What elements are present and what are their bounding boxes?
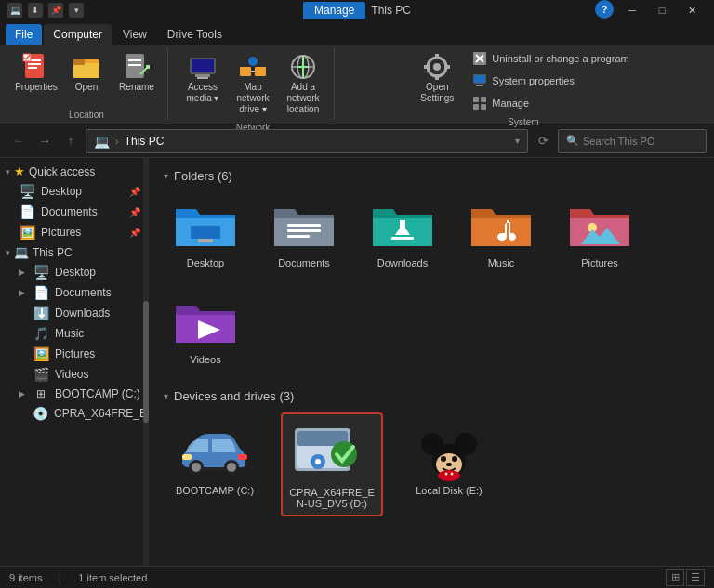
status-bar: 9 items │ 1 item selected ⊞ ☰: [0, 566, 714, 588]
tab-computer[interactable]: Computer: [44, 24, 112, 45]
videos-folder-label: Videos: [190, 354, 220, 365]
sidebar-item-documents[interactable]: 📄 Documents 📌: [0, 202, 148, 222]
sidebar-pictures-label: Pictures: [41, 226, 81, 239]
search-icon: 🔍: [566, 135, 579, 147]
music-folder-icon: [468, 198, 535, 254]
folder-item-documents[interactable]: Documents: [262, 192, 346, 274]
svg-rect-17: [240, 67, 251, 76]
svg-point-75: [451, 473, 454, 476]
sidebar-scrollbar[interactable]: [143, 158, 149, 566]
active-ribbon-tab[interactable]: Manage: [303, 2, 365, 19]
sidebar-item-pc-pictures[interactable]: ▶ 🖼️ Pictures: [0, 344, 148, 364]
open-settings-label: OpenSettings: [420, 82, 454, 104]
local-e-drive-icon: [407, 418, 491, 483]
system-group-label: System: [508, 113, 538, 127]
uninstall-button[interactable]: Uninstall or change a program: [468, 48, 632, 69]
rename-button[interactable]: Rename: [113, 48, 160, 97]
ribbon: Properties Open Rename Location: [0, 45, 714, 124]
downloads-folder-icon: [369, 198, 436, 254]
svg-point-72: [446, 463, 452, 466]
large-icons-view-button[interactable]: ⊞: [666, 569, 684, 586]
manage-button[interactable]: Manage: [468, 93, 632, 113]
system-items: OpenSettings Uninstall or change a progr…: [414, 48, 632, 113]
folders-section-header: ▾ Folders (6): [164, 169, 699, 183]
svg-rect-29: [435, 74, 439, 80]
pc-pictures-icon: 🖼️: [33, 346, 49, 361]
refresh-button[interactable]: ⟳: [532, 130, 554, 152]
sidebar-pc-documents-label: Documents: [55, 286, 112, 299]
close-button[interactable]: ✕: [677, 0, 707, 20]
drives-section-header: ▾ Devices and drives (3): [164, 389, 699, 403]
up-button[interactable]: ↑: [60, 130, 82, 152]
folder-item-videos[interactable]: Videos: [164, 289, 247, 371]
svg-rect-41: [481, 104, 486, 110]
properties-button[interactable]: Properties: [13, 48, 60, 97]
open-settings-button[interactable]: OpenSettings: [414, 48, 460, 108]
quick-access-label: Quick access: [29, 165, 95, 178]
svg-rect-12: [146, 65, 150, 69]
back-button[interactable]: ←: [7, 130, 30, 152]
sidebar-item-cpra[interactable]: ▶ 💿 CPRA_X64FRE_EN: [0, 403, 148, 424]
svg-point-57: [227, 463, 236, 472]
sidebar-item-pc-desktop[interactable]: ▶ 🖥️ Desktop: [0, 262, 148, 282]
svg-point-71: [452, 456, 457, 462]
list-view-button[interactable]: ☰: [686, 569, 705, 586]
system-props-label: System properties: [492, 75, 575, 86]
folders-toggle[interactable]: ▾: [164, 171, 168, 181]
map-network-label: Map networkdrive ▾: [231, 82, 274, 115]
sidebar-scrollbar-thumb: [143, 301, 149, 424]
documents-icon: 📄: [19, 204, 35, 219]
pictures-folder-label: Pictures: [581, 257, 618, 268]
map-network-button[interactable]: Map networkdrive ▾: [230, 48, 276, 119]
sidebar-item-pc-music[interactable]: ▶ 🎵 Music: [0, 323, 148, 344]
videos-folder-icon: [172, 294, 239, 350]
folder-item-desktop[interactable]: Desktop: [164, 192, 247, 274]
search-box[interactable]: 🔍 Search This PC: [558, 129, 707, 153]
address-separator: ›: [115, 136, 119, 147]
svg-rect-44: [287, 224, 321, 227]
sidebar-item-pc-videos[interactable]: ▶ 🎬 Videos: [0, 364, 148, 385]
folder-item-pictures[interactable]: Pictures: [558, 192, 641, 274]
access-media-button[interactable]: Accessmedia ▾: [179, 48, 226, 108]
svg-point-55: [192, 463, 201, 472]
this-pc-header[interactable]: ▾ 💻 This PC: [0, 242, 148, 262]
quick-access-header[interactable]: ▾ ★ Quick access: [0, 162, 148, 181]
help-button[interactable]: ?: [595, 0, 614, 19]
cpra-icon: 💿: [33, 406, 48, 421]
svg-rect-46: [287, 235, 310, 238]
drive-item-cpra[interactable]: CPRA_X64FRE_EN-US_DV5 (D:): [281, 412, 383, 516]
pc-desktop-icon: 🖥️: [33, 265, 49, 280]
downloads-folder-label: Downloads: [377, 257, 428, 268]
sidebar-item-pc-documents[interactable]: ▶ 📄 Documents: [0, 282, 148, 303]
drives-toggle[interactable]: ▾: [164, 391, 168, 401]
tab-view[interactable]: View: [113, 24, 156, 45]
address-input[interactable]: 💻 › This PC ▾: [86, 129, 528, 153]
folders-section-label: Folders (6): [174, 169, 232, 183]
sidebar-pin-pictures: 📌: [129, 228, 140, 238]
sidebar-item-bootcamp[interactable]: ▶ ⊞ BOOTCAMP (C:): [0, 385, 148, 403]
local-e-drive-label: Local Disk (E:): [416, 485, 483, 496]
minimize-button[interactable]: ─: [617, 0, 647, 20]
drive-item-bootcamp[interactable]: BOOTCAMP (C:): [164, 412, 266, 516]
forward-button[interactable]: →: [33, 130, 56, 152]
tab-drive-tools[interactable]: Drive Tools: [158, 24, 231, 45]
drive-item-local-e[interactable]: Local Disk (E:): [398, 412, 500, 516]
this-pc-label: This PC: [33, 246, 73, 259]
folder-item-music[interactable]: Music: [459, 192, 543, 274]
add-network-button[interactable]: Add a networklocation: [280, 48, 326, 119]
svg-rect-16: [197, 77, 208, 79]
svg-point-74: [445, 473, 448, 476]
svg-rect-58: [182, 454, 192, 460]
open-button[interactable]: Open: [63, 48, 110, 97]
system-props-button[interactable]: System properties: [468, 71, 632, 91]
svg-point-27: [433, 63, 441, 71]
sidebar-item-pictures[interactable]: 🖼️ Pictures 📌: [0, 222, 148, 242]
maximize-button[interactable]: □: [647, 0, 677, 20]
expand-arrow: ▶: [19, 268, 25, 277]
sidebar-item-pc-downloads[interactable]: ▶ ⬇️ Downloads: [0, 303, 148, 323]
tab-file[interactable]: File: [6, 24, 42, 45]
sidebar-item-desktop[interactable]: 🖥️ Desktop 📌: [0, 181, 148, 202]
folder-item-downloads[interactable]: Downloads: [361, 192, 444, 274]
svg-rect-45: [287, 229, 321, 232]
ribbon-group-network: Accessmedia ▾ Map networkdrive ▾ Add a n…: [172, 48, 335, 120]
